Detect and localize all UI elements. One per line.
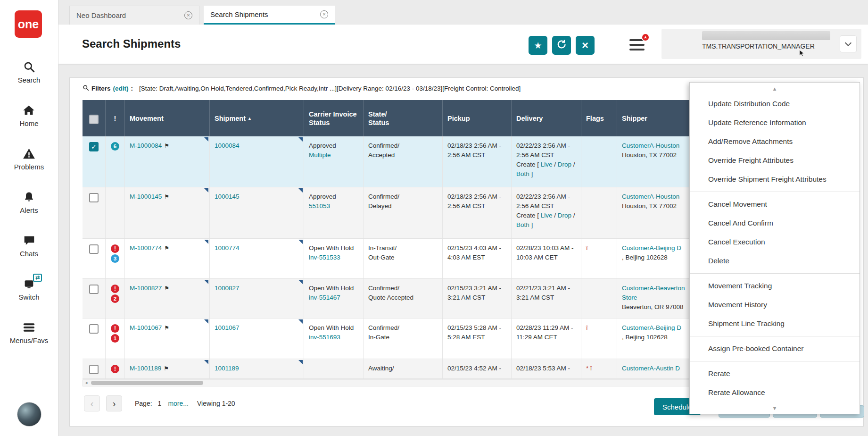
column-header-pickup[interactable]: Pickup bbox=[443, 100, 512, 136]
shipment-link[interactable]: 1000084 bbox=[215, 142, 240, 149]
favorite-button[interactable]: ★ bbox=[529, 36, 547, 55]
movement-link[interactable]: M-1001189 bbox=[130, 365, 161, 372]
invoice-link[interactable]: inv-551533 bbox=[309, 253, 358, 262]
count-badge[interactable]: 2 bbox=[111, 294, 119, 303]
shipper-link[interactable]: CustomerA-Beaverton Store bbox=[622, 285, 685, 301]
refresh-button[interactable] bbox=[552, 36, 571, 55]
menu-item-delete[interactable]: Delete bbox=[690, 252, 860, 270]
invoice-link[interactable]: Multiple bbox=[309, 151, 358, 160]
horizontal-scrollbar[interactable]: ◄ bbox=[83, 379, 691, 386]
table-row[interactable]: !1M-1001067⚑1001067Open With Holdinv-551… bbox=[83, 319, 697, 359]
shipment-link[interactable]: 1001067 bbox=[215, 324, 240, 331]
error-icon[interactable]: ! bbox=[111, 365, 119, 373]
tab-search-shipments[interactable]: Search Shipments × bbox=[204, 6, 335, 25]
menu-item-cancel-movement[interactable]: Cancel Movement bbox=[690, 195, 860, 214]
more-pages-link[interactable]: more... bbox=[168, 400, 189, 407]
column-header-carrier-invoice-status[interactable]: Carrier Invoice Status bbox=[304, 100, 364, 136]
shipment-link[interactable]: 1000145 bbox=[215, 193, 240, 200]
row-checkbox[interactable] bbox=[89, 285, 99, 294]
menu-item-shipment-line-tracking[interactable]: Shipment Line Tracking bbox=[690, 314, 860, 333]
column-header-flags[interactable]: Flags bbox=[581, 100, 617, 136]
count-badge[interactable]: 1 bbox=[111, 334, 119, 343]
menu-item-cancel-and-confirm[interactable]: Cancel And Confirm bbox=[690, 214, 860, 233]
movement-link[interactable]: M-1000827 bbox=[130, 285, 162, 292]
invoice-link[interactable]: inv-551693 bbox=[309, 333, 358, 342]
filters-edit-link[interactable]: (edit) bbox=[113, 85, 129, 92]
menu-item-assign-pre-booked-container[interactable]: Assign Pre-booked Container bbox=[690, 339, 860, 358]
invoice-link[interactable]: inv-551467 bbox=[309, 293, 358, 302]
column-header-delivery[interactable]: Delivery bbox=[512, 100, 581, 136]
close-icon[interactable]: × bbox=[184, 11, 192, 19]
menu-item-movement-history[interactable]: Movement History bbox=[690, 295, 860, 314]
tab-neo-dashboard[interactable]: Neo Dashboard × bbox=[69, 6, 199, 25]
menu-scroll-down-icon[interactable]: ▼ bbox=[690, 402, 860, 414]
sidebar-item-switch[interactable]: ⇄ Switch bbox=[18, 277, 39, 301]
sidebar-item-problems[interactable]: Problems bbox=[14, 147, 44, 171]
row-checkbox[interactable] bbox=[89, 324, 99, 334]
shipper-link[interactable]: CustomerA-Austin D bbox=[622, 365, 680, 372]
column-header-movement[interactable]: Movement bbox=[125, 100, 210, 136]
menu-item-override-shipment-freight-attributes[interactable]: Override Shipment Freight Attributes bbox=[690, 170, 860, 189]
user-panel[interactable]: TMS.TRANSPORTATION_MANAGER bbox=[661, 29, 861, 59]
menu-item-add-remove-attachments[interactable]: Add/Remove Attachments bbox=[690, 132, 860, 151]
row-checkbox[interactable] bbox=[89, 365, 99, 374]
select-all-checkbox[interactable] bbox=[89, 115, 99, 124]
shipment-link[interactable]: 1000827 bbox=[215, 285, 240, 292]
table-row[interactable]: ✓6M-1000084⚑1000084ApprovedMultipleConfi… bbox=[83, 136, 697, 187]
create-drop-link[interactable]: Drop bbox=[558, 212, 571, 219]
scrollbar-thumb[interactable] bbox=[91, 381, 203, 385]
shipper-link[interactable]: CustomerA-Beijing D bbox=[622, 324, 681, 331]
shipper-link[interactable]: CustomerA-Houston bbox=[622, 142, 679, 149]
prev-page-button[interactable]: ‹ bbox=[84, 395, 100, 411]
invoice-link[interactable]: 551053 bbox=[309, 201, 358, 211]
table-row[interactable]: !M-1001189⚑1001189Awaiting/02/15/23 4:52… bbox=[83, 359, 697, 379]
sidebar-item-search[interactable]: Search bbox=[18, 60, 41, 84]
menu-item-rerate[interactable]: Rerate bbox=[690, 364, 860, 383]
row-checkbox[interactable]: ✓ bbox=[89, 142, 99, 151]
page-number[interactable]: 1 bbox=[158, 400, 162, 407]
column-header-state-status[interactable]: State/ Status bbox=[364, 100, 443, 136]
menu-scroll-up-icon[interactable]: ▲ bbox=[690, 83, 860, 94]
create-live-link[interactable]: Live bbox=[541, 212, 553, 219]
avatar[interactable] bbox=[17, 402, 41, 427]
sidebar-item-home[interactable]: Home bbox=[19, 104, 38, 127]
table-row[interactable]: M-1000145⚑1000145Approved551053Confirmed… bbox=[83, 187, 697, 239]
create-both-link[interactable]: Both bbox=[516, 170, 529, 177]
column-header-shipment[interactable]: Shipment▲ bbox=[210, 100, 304, 136]
menu-item-override-freight-attributes[interactable]: Override Freight Attributes bbox=[690, 151, 860, 170]
movement-link[interactable]: M-1000145 bbox=[130, 193, 162, 200]
menu-item-cancel-execution[interactable]: Cancel Execution bbox=[690, 233, 860, 252]
sidebar-item-chats[interactable]: Chats bbox=[20, 234, 38, 258]
shipment-link[interactable]: 1001189 bbox=[215, 365, 239, 372]
menu-item-update-reference-information[interactable]: Update Reference Information bbox=[690, 113, 860, 132]
create-drop-link[interactable]: Drop bbox=[558, 161, 571, 168]
user-menu-chevron[interactable] bbox=[840, 35, 857, 52]
close-page-button[interactable]: × bbox=[576, 36, 595, 55]
close-icon[interactable]: × bbox=[320, 10, 328, 18]
favorites-menu-button[interactable]: ★ bbox=[628, 38, 645, 52]
row-checkbox[interactable] bbox=[89, 193, 99, 202]
menu-item-rerate-allowance[interactable]: Rerate Allowance bbox=[690, 383, 860, 402]
sidebar-item-alerts[interactable]: Alerts bbox=[20, 191, 38, 214]
column-header-shipper[interactable]: Shipper bbox=[617, 100, 697, 136]
shipment-link[interactable]: 1000774 bbox=[215, 244, 240, 252]
one-logo[interactable]: one bbox=[15, 10, 42, 38]
table-row[interactable]: !3M-1000774⚑1000774Open With Holdinv-551… bbox=[83, 239, 697, 279]
shipper-link[interactable]: CustomerA-Houston bbox=[622, 193, 679, 200]
menu-item-update-distribution-code[interactable]: Update Distribution Code bbox=[690, 94, 860, 113]
create-both-link[interactable]: Both bbox=[516, 221, 529, 228]
scroll-left-icon[interactable]: ◄ bbox=[84, 381, 88, 385]
shipper-link[interactable]: CustomerA-Beijing D bbox=[622, 244, 681, 252]
sidebar-item-menus-favs[interactable]: Menus/Favs bbox=[10, 321, 49, 344]
count-badge[interactable]: 3 bbox=[111, 254, 119, 263]
column-header-[interactable]: ! bbox=[106, 100, 125, 136]
row-checkbox[interactable] bbox=[89, 244, 99, 254]
error-icon[interactable]: ! bbox=[111, 324, 119, 333]
next-page-button[interactable]: › bbox=[106, 395, 122, 411]
error-icon[interactable]: ! bbox=[111, 285, 119, 293]
count-badge[interactable]: 6 bbox=[111, 142, 119, 151]
create-live-link[interactable]: Live bbox=[541, 161, 553, 168]
select-all-header[interactable] bbox=[83, 100, 106, 136]
movement-link[interactable]: M-1001067 bbox=[130, 324, 162, 331]
error-icon[interactable]: ! bbox=[111, 244, 119, 253]
